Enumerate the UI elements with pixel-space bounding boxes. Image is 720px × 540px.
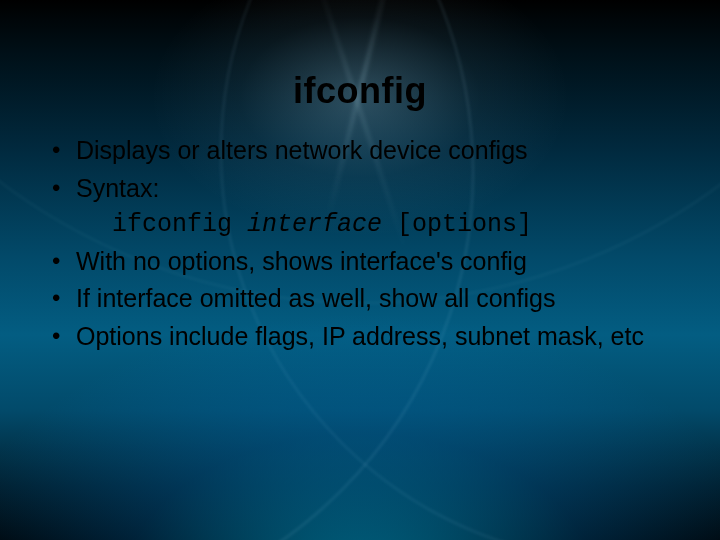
bullet-text: Syntax: [76,174,159,202]
syntax-line: ifconfig interface [options] [112,210,680,239]
bullet-item: Displays or alters network device config… [46,134,680,168]
slide: ifconfig Displays or alters network devi… [0,0,720,540]
syntax-options: [options] [382,210,532,239]
bullet-list: With no options, shows interface's confi… [40,245,680,354]
bullet-item: If interface omitted as well, show all c… [46,282,680,316]
bullet-item: With no options, shows interface's confi… [46,245,680,279]
bullet-list: Displays or alters network device config… [40,134,680,206]
slide-title: ifconfig [40,70,680,112]
syntax-command: ifconfig [112,210,247,239]
bullet-item: Syntax: [46,172,680,206]
syntax-interface: interface [247,210,382,239]
slide-content: ifconfig Displays or alters network devi… [0,0,720,398]
bullet-item: Options include flags, IP address, subne… [46,320,680,354]
